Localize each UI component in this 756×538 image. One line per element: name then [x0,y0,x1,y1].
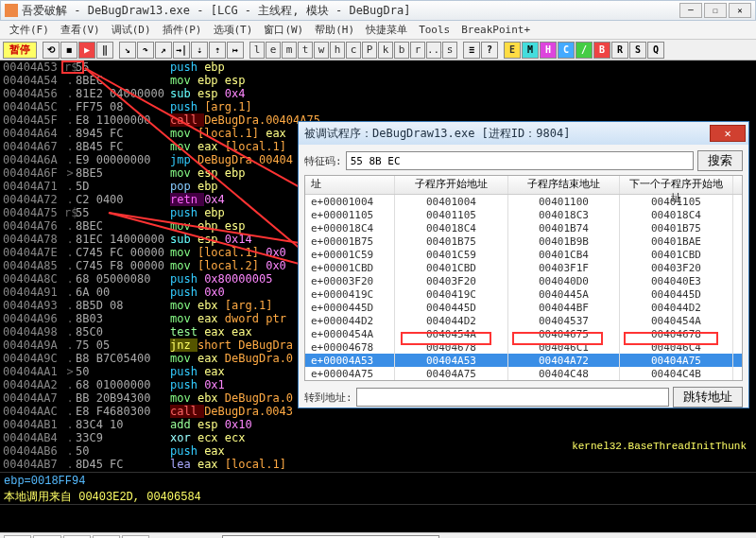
signature-label: 特征码: [304,154,342,168]
menu-item[interactable]: 选项(T) [210,23,257,37]
view-...-button[interactable]: ... [426,42,441,59]
memory-tab[interactable]: M2 [33,535,60,539]
asm-row[interactable]: 00404A5C.FF75 08push [arg.1] [0,100,756,113]
view-b-button[interactable]: b [394,42,409,59]
process-dialog: 被调试程序：DeBugDraw13.exe [进程ID：9804] ✕ 特征码:… [298,121,749,408]
minimize-button[interactable]: ─ [679,3,702,18]
table-row[interactable]: e+0000454A0040454A0040467500404678 [305,327,742,340]
pause-button[interactable]: 暂停 [3,42,37,59]
view-k-button[interactable]: k [378,42,393,59]
list-icon[interactable]: ≡ [463,42,480,59]
menu-item[interactable]: 快捷菜单 [362,23,411,37]
menu-item[interactable]: BreakPoint+ [457,24,534,36]
table-header[interactable]: 子程序开始地址 [395,176,508,194]
dialog-close-button[interactable]: ✕ [710,125,746,142]
tool-m-icon[interactable]: M [522,42,539,59]
dialog-title: 被调试程序：DeBugDraw13.exe [进程ID：9804] [304,126,570,142]
close-button[interactable]: ✕ [729,3,751,18]
table-row[interactable]: e+0000467800404678004046C1004046C4 [305,340,742,354]
table-row[interactable]: e+00001B7500401B7500401B9B00401BAE [305,234,742,248]
memory-tab[interactable]: M4 [93,535,120,539]
menu-item[interactable]: 文件(F) [6,23,53,37]
table-row[interactable]: e+0000110500401105004018C3004018C4 [305,208,742,221]
menu-bar: 文件(F)查看(V)调试(D)插件(P)选项(T)窗口(W)帮助(H)快捷菜单T… [0,21,756,40]
asm-row[interactable]: 00404AB1.83C4 10add esp,0x10 [0,418,756,431]
table-row[interactable]: e+00004A7500404A7500404C4800404C4B [305,367,742,380]
step-over-icon[interactable]: ↷ [137,42,154,59]
table-row[interactable]: e+0000445D0040445D004044BF004044D2 [305,301,742,314]
view-P-button[interactable]: P [362,42,377,59]
view-r-button[interactable]: r [410,42,425,59]
step-out-icon[interactable]: ↗ [155,42,172,59]
pause-icon[interactable]: ‖ [96,42,113,59]
asm-row[interactable]: 00404AB7.8D45 FClea eax,[local.1] [0,458,756,471]
table-row[interactable]: e+000044D2004044D2004045370040454A [305,314,742,327]
memory-tab[interactable]: M3 [63,535,91,539]
view-t-button[interactable]: t [298,42,313,59]
execute-till-icon[interactable]: ↦ [227,42,244,59]
table-row[interactable]: e+000018C4004018C400401B7400401B75 [305,221,742,234]
search-icon[interactable]: ? [481,42,498,59]
table-row[interactable]: e+00003F2000403F20004040D0004040E3 [305,274,742,287]
table-header[interactable]: 下一个子程序开始地址 [620,176,733,194]
toolbar: 暂停 ⟲ ◼ ▶ ‖ ↘ ↷ ↗ →| ⇣ ⇡ ↦ lemtwhcPkbr...… [0,40,756,61]
step-into-icon[interactable]: ↘ [119,42,136,59]
view-m-button[interactable]: m [282,42,297,59]
restart-icon[interactable]: ⟲ [43,42,60,59]
info-ebp: ebp=0018FF94 [0,472,756,489]
menu-item[interactable]: Tools [415,24,454,36]
view-l-button[interactable]: l [249,42,265,59]
tool-r-icon[interactable]: R [611,42,628,59]
bottom-tab-bar: M1M2M3M4M5 Command: [0,532,756,538]
maximize-button[interactable]: ☐ [704,3,727,18]
window-title: 吾爱破解 - DeBugDraw13.exe - [LCG - 主线程, 模块 … [22,3,679,19]
memory-tab[interactable]: M1 [4,535,31,539]
command-input[interactable] [222,535,439,539]
info-local-call: 本地调用来自 00403E2D, 00406584 [0,489,756,504]
goto-input[interactable] [356,388,669,407]
view-c-button[interactable]: c [346,42,361,59]
goto-label: 转到地址: [304,390,352,405]
trace-over-icon[interactable]: ⇡ [209,42,226,59]
tool-h-icon[interactable]: H [540,42,557,59]
side-module-text: kernel32.BaseThreadInitThunk [572,441,747,452]
tool-slash-icon[interactable]: / [576,42,593,59]
view-w-button[interactable]: w [314,42,329,59]
table-row[interactable]: e+00004A5300404A5300404A7200404A75 [305,354,742,367]
menu-item[interactable]: 调试(D) [108,23,155,37]
table-row[interactable]: e+0000419C0040419C0040445A0040445D [305,287,742,301]
menu-item[interactable]: 帮助(H) [311,23,358,37]
asm-row[interactable]: 00404A54.8BECmov ebp,esp [0,74,756,87]
dialog-title-bar[interactable]: 被调试程序：DeBugDraw13.exe [进程ID：9804] ✕ [299,122,748,145]
subroutine-table[interactable]: 址子程序开始地址子程序结束地址下一个子程序开始地址 e+000010040040… [304,175,743,381]
asm-row[interactable]: 00404A56.81E2 04000000sub esp,0x4 [0,87,756,100]
title-bar: 吾爱破解 - DeBugDraw13.exe - [LCG - 主线程, 模块 … [0,0,756,21]
table-row[interactable]: e+00001C5900401C5900401CB400401CBD [305,248,742,261]
menu-item[interactable]: 插件(P) [159,23,206,37]
run-to-icon[interactable]: →| [173,42,190,59]
tool-e-icon[interactable]: E [504,42,521,59]
tool-s-icon[interactable]: S [629,42,646,59]
table-header[interactable]: 址 [305,176,395,194]
view-s-button[interactable]: s [442,42,457,59]
play-icon[interactable]: ▶ [78,42,95,59]
tool-b-icon[interactable]: B [593,42,610,59]
table-header[interactable]: 子程序结束地址 [508,176,620,194]
view-h-button[interactable]: h [330,42,345,59]
memory-tab[interactable]: M5 [122,535,149,539]
menu-item[interactable]: 窗口(W) [260,23,307,37]
signature-input[interactable] [346,151,694,170]
search-button[interactable]: 搜索 [697,150,743,171]
table-row[interactable]: e+00001CBD00401CBD00403F1F00403F20 [305,261,742,274]
menu-item[interactable]: 查看(V) [57,23,104,37]
stop-icon[interactable]: ◼ [60,42,77,59]
tool-q-icon[interactable]: Q [647,42,664,59]
table-row[interactable]: e+00004C4B00404C4B00404C8500404C88 [305,380,742,381]
view-e-button[interactable]: e [266,42,281,59]
goto-button[interactable]: 跳转地址 [673,387,743,408]
trace-into-icon[interactable]: ⇣ [191,42,208,59]
table-row[interactable]: e+00001004004010040040110000401105 [305,195,742,208]
asm-row[interactable]: 00404A53r$55push ebp [0,61,756,74]
tool-c-icon[interactable]: C [558,42,575,59]
dump-pane[interactable] [0,504,756,532]
